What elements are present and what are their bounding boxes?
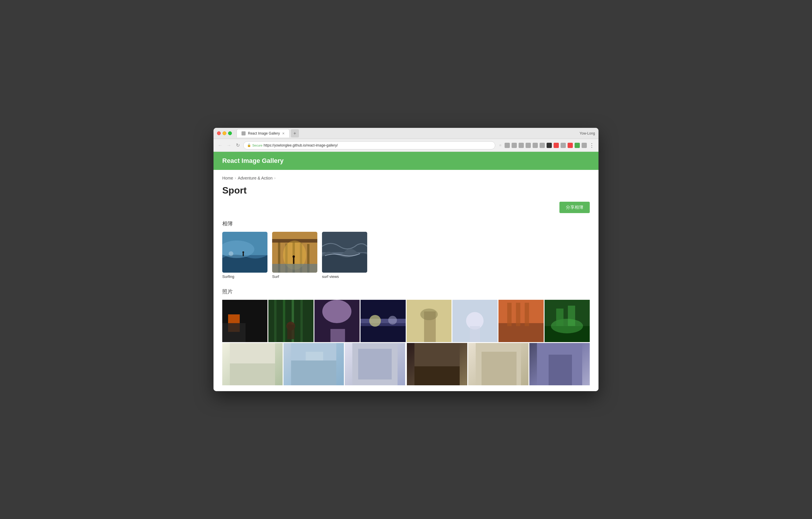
sidebar-icon[interactable]	[582, 143, 587, 148]
svg-rect-47	[525, 303, 529, 326]
svg-point-5	[242, 251, 244, 253]
tab-favicon-icon	[241, 131, 245, 135]
forward-button[interactable]: →	[226, 142, 232, 148]
audio-icon[interactable]	[560, 143, 566, 148]
svg-rect-65	[549, 355, 572, 385]
svg-point-39	[420, 308, 437, 320]
address-bar: ← → ↻ 🔒 Secure https://yowlonglee.github…	[213, 139, 599, 152]
tab-close-button[interactable]: ×	[282, 131, 284, 136]
svg-rect-63	[482, 352, 517, 385]
album-name: surf views	[322, 274, 367, 279]
share-album-button[interactable]: 分享相簿	[559, 202, 590, 213]
album-thumbnail	[272, 232, 317, 273]
photo-item[interactable]	[314, 300, 359, 342]
breadcrumb-home[interactable]: Home	[222, 176, 233, 181]
photo-item[interactable]	[345, 343, 405, 385]
svg-point-35	[369, 315, 381, 327]
photo-item[interactable]	[529, 343, 590, 385]
youtube-icon[interactable]	[568, 143, 573, 148]
svg-point-50	[551, 319, 583, 333]
svg-point-36	[388, 316, 397, 325]
photo-item[interactable]	[545, 300, 590, 342]
photo-item[interactable]	[407, 343, 467, 385]
maximize-window-button[interactable]	[228, 131, 232, 135]
share-button-row: 分享相簿	[222, 202, 590, 213]
svg-rect-21	[222, 323, 245, 342]
photo-item[interactable]	[453, 300, 498, 342]
svg-point-30	[322, 300, 351, 323]
address-url: https://yowlonglee.github.io/react-image…	[264, 143, 338, 147]
svg-rect-26	[300, 300, 303, 342]
app-content: React Image Gallery Home › Adventure & A…	[213, 152, 599, 391]
album-thumbnail	[322, 232, 367, 273]
code-icon[interactable]	[526, 143, 531, 148]
secure-label: Secure	[252, 144, 262, 147]
svg-rect-33	[360, 319, 406, 323]
svg-rect-52	[568, 306, 575, 326]
album-card[interactable]: Surfing	[222, 232, 267, 279]
minimize-window-button[interactable]	[223, 131, 226, 135]
pocket-icon[interactable]	[554, 143, 559, 148]
breadcrumb-sep-2: ›	[274, 176, 276, 180]
svg-rect-4	[243, 253, 244, 256]
svg-rect-15	[293, 257, 294, 264]
browser-tab[interactable]: React Image Gallery ×	[236, 129, 290, 137]
app-title: React Image Gallery	[222, 157, 284, 164]
svg-rect-23	[274, 300, 277, 342]
shield-icon[interactable]	[575, 143, 580, 148]
photos-section: 照片	[222, 288, 590, 385]
photo-item[interactable]	[222, 343, 283, 385]
tab-area: React Image Gallery × +	[236, 129, 577, 137]
photo-item[interactable]	[222, 300, 267, 342]
menu-button[interactable]: ⋮	[588, 142, 595, 148]
close-window-button[interactable]	[217, 131, 221, 135]
photo-item[interactable]	[407, 300, 452, 342]
bookmark-icon[interactable]: ☆	[498, 143, 503, 148]
album-card[interactable]: Surf	[272, 232, 317, 279]
lock-icon: 🔒	[247, 143, 251, 147]
new-tab-button[interactable]: +	[291, 129, 299, 137]
app-header: React Image Gallery	[213, 152, 599, 170]
album-name: Surf	[272, 274, 317, 279]
photos-grid	[222, 300, 590, 385]
breadcrumb-sep-1: ›	[235, 176, 236, 180]
photo-item[interactable]	[468, 343, 528, 385]
tab-title: React Image Gallery	[248, 131, 280, 135]
svg-rect-45	[507, 303, 512, 326]
svg-rect-61	[414, 366, 460, 385]
mic-icon[interactable]	[519, 143, 524, 148]
photo-item[interactable]	[360, 300, 406, 342]
photo-item[interactable]	[498, 300, 544, 342]
svg-point-16	[293, 255, 295, 258]
breadcrumb: Home › Adventure & Action ›	[222, 176, 590, 181]
keyboard-icon[interactable]	[532, 143, 538, 148]
svg-rect-59	[358, 349, 392, 380]
window-icon[interactable]	[540, 143, 545, 148]
albums-grid: Surfing	[222, 232, 590, 279]
album-card[interactable]: surf views	[322, 232, 367, 279]
photo-item[interactable]	[284, 343, 344, 385]
svg-rect-24	[283, 300, 285, 342]
svg-rect-44	[498, 323, 544, 342]
svg-rect-34	[360, 323, 406, 326]
svg-rect-14	[272, 264, 317, 273]
svg-rect-46	[516, 303, 520, 326]
svg-rect-31	[330, 329, 345, 342]
album-name: Surfing	[222, 274, 267, 279]
photo-item[interactable]	[268, 300, 314, 342]
albums-section-title: 相簿	[222, 220, 590, 227]
browser-window: React Image Gallery × + Yow-Long ← → ↻ 🔒…	[213, 128, 599, 391]
traffic-lights	[217, 131, 232, 135]
svg-rect-57	[306, 352, 323, 360]
extensions-icon[interactable]	[504, 143, 510, 148]
main-content: Home › Adventure & Action › Sport 分享相簿 相…	[213, 170, 599, 391]
toolbar-icons: ☆ ⋮	[498, 142, 595, 148]
github-icon[interactable]	[547, 143, 552, 148]
back-button[interactable]: ←	[217, 142, 224, 148]
breadcrumb-parent[interactable]: Adventure & Action	[238, 176, 272, 181]
address-input[interactable]: 🔒 Secure https://yowlonglee.github.io/re…	[243, 141, 495, 149]
svg-rect-18	[322, 232, 367, 252]
svg-rect-42	[470, 326, 480, 342]
info-icon[interactable]	[512, 143, 517, 148]
reload-button[interactable]: ↻	[234, 142, 241, 148]
